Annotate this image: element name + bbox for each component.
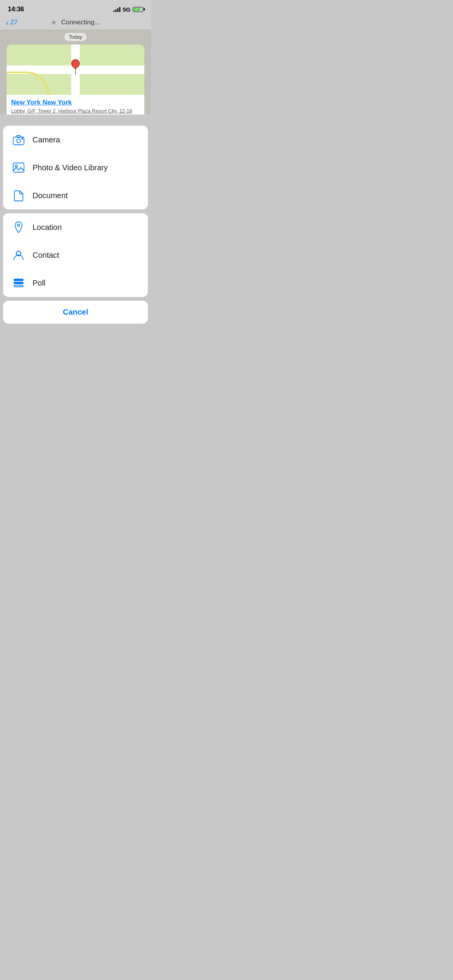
action-camera[interactable]: Camera <box>3 126 148 154</box>
action-sheet-overlay: Camera Photo & Video Library Document <box>0 126 151 327</box>
svg-rect-2 <box>17 135 21 137</box>
svg-rect-4 <box>13 163 24 172</box>
connecting-label: Connecting... <box>61 19 100 26</box>
location-icon <box>11 219 26 235</box>
action-location[interactable]: Location <box>3 213 148 241</box>
photo-label: Photo & Video Library <box>33 163 108 172</box>
map-visual <box>7 45 144 95</box>
battery-icon: ⚡ <box>133 7 143 12</box>
back-button[interactable]: ‹ 27 <box>6 19 18 26</box>
loading-spinner-icon <box>51 19 58 26</box>
status-icons: 5G ⚡ <box>113 6 143 13</box>
back-arrow-icon: ‹ <box>6 19 9 26</box>
action-document[interactable]: Document <box>3 182 148 209</box>
network-type: 5G <box>123 6 130 13</box>
camera-label: Camera <box>33 135 60 144</box>
map-pin <box>71 59 80 75</box>
cancel-label: Cancel <box>63 308 88 316</box>
photo-icon <box>11 160 26 175</box>
action-sheet-group-2: Location Contact <box>3 213 148 297</box>
svg-point-3 <box>22 138 23 139</box>
charging-icon: ⚡ <box>135 8 139 11</box>
action-contact[interactable]: Contact <box>3 241 148 269</box>
contact-label: Contact <box>33 251 59 260</box>
poll-label: Poll <box>33 279 45 288</box>
camera-icon <box>11 132 26 147</box>
action-poll[interactable]: Poll <box>3 269 148 297</box>
action-photo-video[interactable]: Photo & Video Library <box>3 154 148 182</box>
contact-icon <box>11 247 26 263</box>
nav-title: Connecting... <box>51 19 100 26</box>
document-icon <box>11 188 26 203</box>
action-sheet-group-1: Camera Photo & Video Library Document <box>3 126 148 209</box>
map-pin-dot <box>69 57 81 69</box>
back-count: 27 <box>10 19 18 26</box>
svg-point-1 <box>17 139 21 143</box>
document-label: Document <box>33 191 68 200</box>
map-road-curve <box>6 72 49 95</box>
location-label: Location <box>33 223 62 232</box>
svg-rect-11 <box>14 285 23 287</box>
cancel-button[interactable]: Cancel <box>3 301 148 324</box>
svg-point-5 <box>15 165 17 167</box>
status-bar: 14:36 5G ⚡ <box>0 0 151 15</box>
poll-icon <box>11 275 26 291</box>
nav-bar: ‹ 27 Connecting... <box>0 15 151 29</box>
signal-icon <box>113 7 120 12</box>
chat-background: Today New York New York Lobby, G/F, Towe… <box>0 29 151 115</box>
status-time: 14:36 <box>8 5 24 13</box>
svg-point-6 <box>17 224 20 226</box>
